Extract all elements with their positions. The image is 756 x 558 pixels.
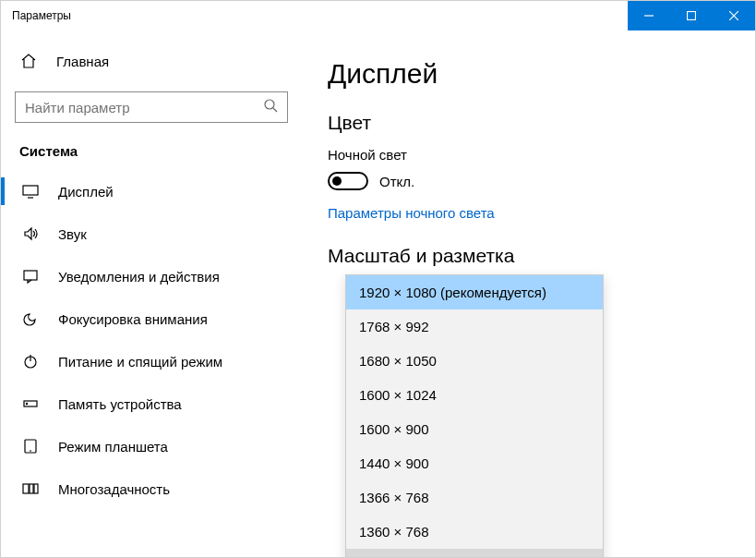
night-light-toggle-row: Откл. [328,172,755,190]
search-box[interactable] [15,91,288,123]
scale-section-title: Масштаб и разметка [328,245,755,267]
multitasking-icon [21,480,40,497]
night-light-settings-link[interactable]: Параметры ночного света [328,205,495,221]
maximize-icon [687,11,696,20]
nav-label: Звук [58,226,87,242]
sidebar: Главная Система Дисплей Звук Уведом [1,30,307,557]
toggle-state-text: Откл. [379,174,414,189]
window-title: Параметры [1,9,71,22]
svg-rect-1 [688,12,696,20]
nav-display[interactable]: Дисплей [1,170,307,212]
nav-label: Дисплей [58,184,114,200]
window-controls [628,1,755,30]
night-light-toggle[interactable] [328,172,368,190]
close-button[interactable] [713,1,755,30]
search-icon [263,98,278,116]
nav-focus[interactable]: Фокусировка внимания [1,297,307,340]
resolution-option[interactable]: 1600 × 900 [346,412,603,446]
svg-rect-17 [34,484,38,493]
tablet-icon [21,438,40,455]
resolution-option[interactable]: 1768 × 992 [346,309,603,344]
svg-point-4 [265,100,274,109]
nav-storage[interactable]: Память устройства [1,382,307,425]
nav-power[interactable]: Питание и спящий режим [1,340,307,382]
nav-notifications[interactable]: Уведомления и действия [1,255,307,297]
nav-multitasking[interactable]: Многозадачность [1,467,307,510]
resolution-option[interactable]: 1920 × 1080 (рекомендуется) [346,275,603,309]
color-section-title: Цвет [328,112,755,134]
nav-label: Уведомления и действия [58,269,220,285]
nav-label: Фокусировка внимания [58,311,208,327]
svg-rect-16 [30,484,33,493]
nav-label: Память устройства [58,396,182,412]
sound-icon [21,225,40,242]
resolution-option[interactable]: 1366 × 768 [346,480,603,515]
home-icon [19,53,38,69]
svg-rect-15 [23,484,29,493]
nav-sound[interactable]: Звук [1,212,307,255]
resolution-option[interactable]: 1280 × 1024 [346,549,603,558]
display-icon [21,183,40,200]
nav-label: Питание и спящий режим [58,354,222,370]
svg-rect-6 [23,186,38,195]
notifications-icon [21,268,40,285]
category-title: Система [1,143,307,170]
home-label: Главная [56,54,109,69]
page-title: Дисплей [328,58,755,90]
search-input[interactable] [25,100,263,115]
search-wrap [1,91,307,123]
night-light-label: Ночной свет [328,147,755,163]
titlebar: Параметры [1,1,755,30]
power-icon [21,353,40,370]
maximize-button[interactable] [670,1,713,30]
resolution-option[interactable]: 1360 × 768 [346,515,603,549]
close-icon [729,11,738,20]
home-row[interactable]: Главная [1,43,307,79]
resolution-dropdown[interactable]: 1920 × 1080 (рекомендуется) 1768 × 992 1… [345,274,604,558]
minimize-icon [644,11,654,20]
nav-label: Режим планшета [58,439,168,455]
focus-icon [21,310,40,327]
resolution-option[interactable]: 1600 × 1024 [346,378,603,412]
svg-rect-8 [24,271,37,280]
nav-list: Дисплей Звук Уведомления и действия Фоку… [1,170,307,510]
resolution-option[interactable]: 1680 × 1050 [346,344,603,378]
resolution-option[interactable]: 1440 × 900 [346,446,603,480]
svg-line-5 [273,108,277,112]
nav-label: Многозадачность [58,481,170,497]
svg-point-12 [26,403,27,404]
storage-icon [21,395,40,412]
nav-tablet[interactable]: Режим планшета [1,425,307,467]
minimize-button[interactable] [628,1,670,30]
